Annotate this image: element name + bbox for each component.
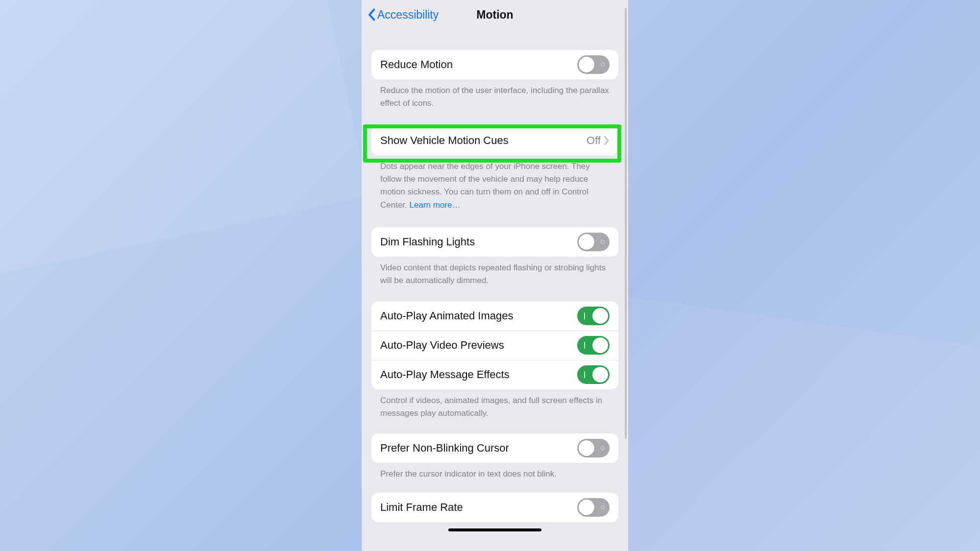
group-dim-flashing: Dim Flashing Lights Video content that d… bbox=[371, 227, 618, 287]
row-reduce-motion[interactable]: Reduce Motion bbox=[371, 50, 618, 79]
row-label: Dim Flashing Lights bbox=[380, 236, 577, 248]
group-reduce-motion: Reduce Motion Reduce the motion of the u… bbox=[371, 50, 618, 110]
group-vehicle-cues: Show Vehicle Motion Cues Off Dots appear… bbox=[371, 126, 618, 212]
row-dim-flashing[interactable]: Dim Flashing Lights bbox=[371, 227, 618, 257]
settings-panel: Accessibility Motion Reduce Motion Reduc… bbox=[362, 0, 628, 551]
back-button[interactable]: Accessibility bbox=[362, 8, 439, 22]
row-autoplay-message[interactable]: Auto-Play Message Effects bbox=[371, 360, 618, 389]
row-vehicle-cues[interactable]: Show Vehicle Motion Cues Off bbox=[371, 126, 618, 155]
row-label: Auto-Play Video Previews bbox=[380, 339, 577, 352]
reduce-motion-toggle[interactable] bbox=[577, 55, 610, 74]
row-label: Show Vehicle Motion Cues bbox=[380, 134, 587, 147]
footer-text: Control if videos, animated images, and … bbox=[371, 389, 618, 420]
scrollbar[interactable] bbox=[625, 8, 627, 439]
autoplay-animated-toggle[interactable] bbox=[577, 307, 610, 325]
chevron-left-icon bbox=[367, 8, 376, 21]
back-label: Accessibility bbox=[377, 8, 439, 22]
row-label: Auto-Play Message Effects bbox=[380, 368, 577, 381]
footer-text: Dots appear near the edges of your iPhon… bbox=[371, 155, 618, 212]
footer-text: Prefer the cursor indicator in text does… bbox=[371, 463, 618, 480]
nav-bar: Accessibility Motion bbox=[362, 0, 628, 29]
row-label: Reduce Motion bbox=[380, 58, 577, 71]
row-label: Prefer Non-Blinking Cursor bbox=[380, 442, 577, 455]
row-value: Off bbox=[587, 134, 601, 147]
group-autoplay: Auto-Play Animated Images Auto-Play Vide… bbox=[371, 301, 618, 420]
chevron-right-icon bbox=[604, 136, 610, 145]
footer-text: Video content that depicts repeated flas… bbox=[371, 257, 618, 287]
dim-flashing-toggle[interactable] bbox=[577, 233, 610, 251]
group-frame-rate: Limit Frame Rate bbox=[371, 493, 618, 522]
footer-text: Reduce the motion of the user interface,… bbox=[371, 79, 618, 110]
cursor-toggle[interactable] bbox=[577, 439, 610, 457]
row-cursor[interactable]: Prefer Non-Blinking Cursor bbox=[371, 433, 618, 463]
learn-more-link[interactable]: Learn more… bbox=[410, 200, 461, 210]
row-autoplay-animated[interactable]: Auto-Play Animated Images bbox=[371, 301, 618, 331]
home-indicator bbox=[448, 528, 541, 531]
row-autoplay-video[interactable]: Auto-Play Video Previews bbox=[371, 331, 618, 360]
group-cursor: Prefer Non-Blinking Cursor Prefer the cu… bbox=[371, 433, 618, 480]
row-label: Limit Frame Rate bbox=[380, 501, 577, 514]
row-frame-rate[interactable]: Limit Frame Rate bbox=[371, 493, 618, 522]
row-label: Auto-Play Animated Images bbox=[380, 310, 577, 322]
frame-rate-toggle[interactable] bbox=[577, 498, 610, 517]
autoplay-message-toggle[interactable] bbox=[577, 365, 610, 384]
autoplay-video-toggle[interactable] bbox=[577, 336, 610, 355]
